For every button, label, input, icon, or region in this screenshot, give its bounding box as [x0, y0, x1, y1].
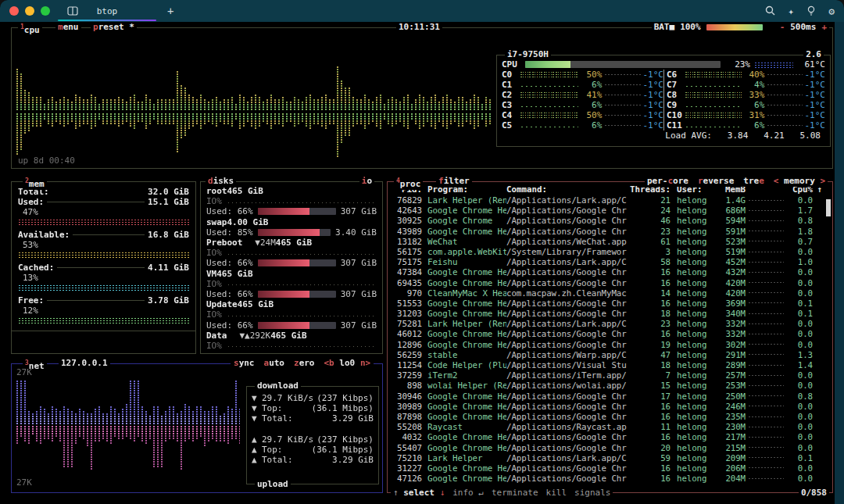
process-row[interactable]: 51553Google Chrome He/Applications/Googl…: [391, 298, 829, 309]
col-command[interactable]: Command:: [506, 184, 627, 195]
per-core-toggle[interactable]: per-core: [647, 176, 688, 187]
upload-label: upload: [255, 479, 291, 490]
kill-button[interactable]: kill: [546, 488, 567, 499]
zoom-button[interactable]: [41, 6, 50, 16]
sparkle-icon[interactable]: ✦: [788, 6, 794, 16]
download-label: download: [255, 381, 301, 391]
process-row[interactable]: 31227Google Chrome He/Applications/Googl…: [391, 463, 829, 474]
mem-meter: [18, 284, 189, 291]
battery-label: BAT■: [654, 22, 675, 33]
process-row[interactable]: 898wolai Helper (Re/Applications/wolai.a…: [391, 381, 829, 391]
process-row[interactable]: 55407Google Chrome He/Applications/Googl…: [391, 443, 829, 453]
interval-increase-button[interactable]: +: [821, 22, 827, 33]
process-row[interactable]: 37259iTerm2/Applications/iTerm.app/7helo…: [391, 370, 829, 381]
terminate-button[interactable]: terminate: [492, 488, 538, 499]
mem-panel: 2mem Total: 32.0 GiB Used:15.1 GiB47%Ava…: [11, 181, 196, 354]
filter-button[interactable]: filter: [436, 176, 472, 187]
disk-used-row: Used: 85%3.40 GiB: [206, 227, 377, 238]
tab-btop[interactable]: btop: [58, 0, 156, 22]
process-row[interactable]: 11254Code Helper (Plu/Applications/Visua…: [391, 360, 829, 370]
net-zero-button[interactable]: zero: [294, 358, 315, 369]
cpu-info-box: i7-9750H 2.6 CPU 23% 61°C C050%-1°CC16%-…: [496, 55, 831, 147]
process-row[interactable]: 55208Raycast/Applications/Raycast.ap11he…: [391, 422, 829, 432]
cpu-core-row: C36%-1°C: [502, 100, 663, 110]
process-row[interactable]: 970CleanMyMac X Heacom.macpaw.zh.CleanMy…: [391, 288, 829, 298]
disk-name-row: swap4.00 GiB: [206, 217, 377, 227]
process-row[interactable]: 56175com.apple.WebKit/System/Library/Fra…: [391, 247, 829, 257]
gear-icon[interactable]: ⚙: [828, 6, 835, 16]
cpu-total-percent: 23%: [725, 59, 750, 70]
process-row[interactable]: 31203Google Chrome He/Applications/Googl…: [391, 309, 829, 319]
process-row[interactable]: 87898Google Chrome He/Applications/Googl…: [391, 412, 829, 422]
mem-meter: [18, 317, 189, 324]
terminal-content: 1cpu menu preset * 10:11:31 BAT■ 100% - …: [0, 22, 844, 504]
cpu-model: i7-9750H: [505, 49, 551, 60]
battery-percent: 100%: [680, 22, 701, 33]
process-row[interactable]: 30946Google Chrome He/Applications/Googl…: [391, 391, 829, 402]
process-row[interactable]: 4032Google Chrome He/Applications/Google…: [391, 432, 829, 442]
process-row[interactable]: 30989Google Chrome He/Applications/Googl…: [391, 402, 829, 412]
cpu-panel-title[interactable]: 1cpu: [18, 22, 42, 36]
net-scale-bottom: 27K: [16, 477, 32, 488]
process-row[interactable]: 46012Google Chrome He/Applications/Googl…: [391, 329, 829, 339]
search-icon[interactable]: [765, 4, 775, 19]
cpu-core-row: C833%-1°C: [667, 90, 825, 100]
cpu-core-row: C1031%-1°C: [667, 110, 825, 120]
battery-meter: [706, 24, 763, 30]
scrollbar-track[interactable]: [835, 22, 844, 504]
net-auto-button[interactable]: auto: [264, 358, 285, 369]
disks-panel-title[interactable]: disks: [206, 176, 236, 187]
net-stat-line: ▼29.7 KiB/s(237 Kibps): [252, 393, 374, 403]
process-row[interactable]: 75281Lark Helper (Ren/Applications/Lark.…: [391, 319, 829, 329]
close-button[interactable]: [9, 6, 19, 16]
info-button[interactable]: info ↵: [452, 488, 484, 499]
signals-button[interactable]: signals: [574, 488, 610, 499]
cpu-core-row: C56%-1°C: [502, 120, 663, 130]
process-row[interactable]: 13182WeChat/Applications/WeChat.app61hel…: [391, 237, 829, 247]
process-row[interactable]: 42643Google Chrome He/Applications/Googl…: [391, 206, 829, 216]
sort-column-switcher[interactable]: < memory >: [774, 176, 825, 187]
reverse-toggle[interactable]: reverse: [698, 176, 734, 187]
io-mode-button[interactable]: io: [359, 176, 374, 187]
cpu-core-row: C241%-1°C: [502, 90, 663, 100]
process-row[interactable]: 47126Google Chrome He/Applications/Googl…: [391, 474, 829, 484]
mem-panel-title[interactable]: 2mem: [23, 176, 47, 190]
minimize-button[interactable]: [25, 6, 34, 16]
traffic-lights: [9, 6, 50, 16]
process-row[interactable]: 43989Google Chrome He/Applications/Googl…: [391, 227, 829, 237]
net-stat-line: ▲29.7 KiB/s(237 Kibps): [252, 434, 374, 445]
process-row[interactable]: 47384Google Chrome He/Applications/Googl…: [391, 267, 829, 277]
net-sync-button[interactable]: sync: [234, 358, 255, 369]
bulb-icon[interactable]: [806, 4, 816, 19]
tree-toggle[interactable]: tree: [743, 176, 764, 187]
disk-used-row: Used: 66%307 GiB: [206, 206, 377, 216]
proc-scrollbar-thumb[interactable]: [826, 199, 831, 216]
process-row[interactable]: 12896Google Chrome He/Applications/Googl…: [391, 340, 829, 350]
process-row[interactable]: 75175Feishu/Applications/Lark.app/C58hel…: [391, 257, 829, 267]
process-row[interactable]: 30925Google Chrome/Applications/Google C…: [391, 216, 829, 226]
selection-count: 0/858: [799, 488, 829, 499]
core-column-right: C640%-1°CC74%-1°CC833%-1°CC96%-1°CC1031%…: [663, 70, 825, 130]
cpu-total-temp: 61°C: [797, 59, 825, 70]
preset-button[interactable]: preset *: [91, 22, 137, 33]
process-row[interactable]: 75210Lark Helper/Applications/Lark.app/C…: [391, 453, 829, 463]
menu-button[interactable]: menu: [55, 22, 81, 33]
net-panel: 3net 127.0.0.1 sync auto zero <b lo0 n> …: [11, 363, 383, 493]
net-stat-line: ▲Top:(36.1 Mibps): [252, 445, 374, 455]
interval-decrease-button[interactable]: -: [780, 22, 785, 33]
new-tab-button[interactable]: +: [164, 3, 177, 19]
proc-panel-title[interactable]: 4proc: [394, 176, 423, 190]
proc-footer: ↑ select ↓ info ↵ terminate kill signals: [391, 488, 613, 499]
mem-meter: [18, 252, 189, 259]
disk-name-row: Update465 GiB: [206, 299, 377, 309]
tab-title: btop: [97, 6, 118, 16]
net-interface-switcher[interactable]: <b lo0 n>: [324, 358, 371, 369]
process-row[interactable]: 69435Google Chrome He/Applications/Googl…: [391, 278, 829, 288]
process-row[interactable]: 76829Lark Helper (Ren/Applications/Lark.…: [391, 195, 829, 206]
net-stat-line: ▼Top:(36.1 Mibps): [252, 403, 374, 413]
process-row[interactable]: 56259stable/Applications/Warp.app/C47hel…: [391, 350, 829, 360]
cpu-core-row: C050%-1°C: [502, 70, 663, 80]
select-control[interactable]: ↑ select ↓: [393, 488, 445, 499]
cpu-core-row: C116%-1°C: [667, 120, 825, 130]
net-traffic-graph: [16, 377, 240, 472]
